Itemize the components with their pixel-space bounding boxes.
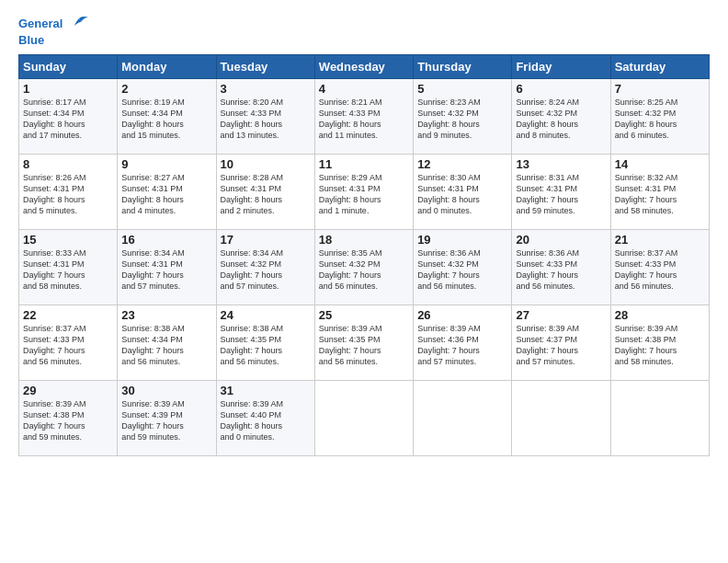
calendar-cell: 20Sunrise: 8:36 AMSunset: 4:33 PMDayligh… [512, 230, 610, 305]
calendar-cell: 30Sunrise: 8:39 AMSunset: 4:39 PMDayligh… [118, 381, 216, 456]
cell-info: Sunrise: 8:29 AMSunset: 4:31 PMDaylight:… [319, 172, 409, 217]
cell-info: Sunrise: 8:38 AMSunset: 4:34 PMDaylight:… [121, 323, 211, 368]
day-number: 30 [121, 384, 211, 397]
calendar-cell: 12Sunrise: 8:30 AMSunset: 4:31 PMDayligh… [414, 155, 512, 230]
day-number: 23 [121, 308, 211, 322]
calendar-cell: 7Sunrise: 8:25 AMSunset: 4:32 PMDaylight… [610, 79, 709, 155]
cell-info: Sunrise: 8:32 AMSunset: 4:31 PMDaylight:… [615, 172, 705, 217]
calendar-cell [512, 381, 610, 456]
week-row-4: 22Sunrise: 8:37 AMSunset: 4:33 PMDayligh… [19, 305, 710, 381]
calendar-cell: 10Sunrise: 8:28 AMSunset: 4:31 PMDayligh… [216, 155, 314, 230]
cell-info: Sunrise: 8:39 AMSunset: 4:38 PMDaylight:… [615, 323, 705, 368]
day-number: 8 [23, 157, 113, 171]
cell-info: Sunrise: 8:17 AMSunset: 4:34 PMDaylight:… [23, 97, 113, 142]
day-number: 2 [121, 82, 211, 96]
cell-info: Sunrise: 8:21 AMSunset: 4:33 PMDaylight:… [319, 97, 409, 142]
calendar-cell: 23Sunrise: 8:38 AMSunset: 4:34 PMDayligh… [118, 305, 216, 381]
cell-info: Sunrise: 8:33 AMSunset: 4:31 PMDaylight:… [23, 247, 113, 293]
cell-info: Sunrise: 8:39 AMSunset: 4:36 PMDaylight:… [417, 323, 507, 368]
calendar-cell: 31Sunrise: 8:39 AMSunset: 4:40 PMDayligh… [216, 381, 314, 456]
calendar-cell: 5Sunrise: 8:23 AMSunset: 4:32 PMDaylight… [414, 79, 512, 155]
calendar-cell: 29Sunrise: 8:39 AMSunset: 4:38 PMDayligh… [19, 381, 118, 456]
calendar-cell: 25Sunrise: 8:39 AMSunset: 4:35 PMDayligh… [314, 305, 413, 381]
calendar-cell: 22Sunrise: 8:37 AMSunset: 4:33 PMDayligh… [19, 305, 118, 381]
cell-info: Sunrise: 8:37 AMSunset: 4:33 PMDaylight:… [23, 323, 113, 368]
week-row-1: 1Sunrise: 8:17 AMSunset: 4:34 PMDaylight… [19, 79, 710, 155]
cell-info: Sunrise: 8:39 AMSunset: 4:38 PMDaylight:… [23, 398, 113, 443]
cell-info: Sunrise: 8:34 AMSunset: 4:32 PMDaylight:… [221, 247, 311, 293]
cell-info: Sunrise: 8:27 AMSunset: 4:31 PMDaylight:… [121, 172, 211, 217]
cell-info: Sunrise: 8:35 AMSunset: 4:32 PMDaylight:… [319, 247, 409, 293]
day-number: 18 [319, 233, 409, 247]
calendar-cell: 14Sunrise: 8:32 AMSunset: 4:31 PMDayligh… [610, 155, 709, 230]
calendar-cell: 6Sunrise: 8:24 AMSunset: 4:32 PMDaylight… [512, 79, 610, 155]
cell-info: Sunrise: 8:23 AMSunset: 4:32 PMDaylight:… [417, 97, 507, 142]
page: General Blue SundayMondayTuesdayWednesda… [0, 0, 728, 465]
day-number: 31 [221, 384, 311, 397]
calendar-cell: 2Sunrise: 8:19 AMSunset: 4:34 PMDaylight… [118, 79, 216, 155]
week-row-3: 15Sunrise: 8:33 AMSunset: 4:31 PMDayligh… [19, 230, 710, 305]
day-number: 7 [615, 82, 705, 96]
calendar-cell: 3Sunrise: 8:20 AMSunset: 4:33 PMDaylight… [216, 79, 314, 155]
day-number: 28 [615, 308, 705, 322]
cell-info: Sunrise: 8:39 AMSunset: 4:39 PMDaylight:… [121, 398, 211, 443]
col-header-monday: Monday [118, 55, 216, 79]
day-number: 10 [221, 157, 311, 171]
day-number: 17 [221, 233, 311, 247]
calendar-table: SundayMondayTuesdayWednesdayThursdayFrid… [18, 54, 710, 456]
calendar-cell: 16Sunrise: 8:34 AMSunset: 4:31 PMDayligh… [118, 230, 216, 305]
day-number: 25 [319, 308, 409, 322]
col-header-thursday: Thursday [414, 55, 512, 79]
calendar-cell: 27Sunrise: 8:39 AMSunset: 4:37 PMDayligh… [512, 305, 610, 381]
day-number: 4 [319, 82, 409, 96]
cell-info: Sunrise: 8:25 AMSunset: 4:32 PMDaylight:… [615, 97, 705, 142]
calendar-cell: 11Sunrise: 8:29 AMSunset: 4:31 PMDayligh… [314, 155, 413, 230]
cell-info: Sunrise: 8:19 AMSunset: 4:34 PMDaylight:… [121, 97, 211, 142]
day-number: 9 [121, 157, 211, 171]
day-number: 24 [221, 308, 311, 322]
col-header-friday: Friday [512, 55, 610, 79]
week-row-2: 8Sunrise: 8:26 AMSunset: 4:31 PMDaylight… [19, 155, 710, 230]
calendar-cell [314, 381, 413, 456]
day-number: 6 [516, 82, 606, 96]
cell-info: Sunrise: 8:31 AMSunset: 4:31 PMDaylight:… [516, 172, 606, 217]
cell-info: Sunrise: 8:36 AMSunset: 4:32 PMDaylight:… [417, 247, 507, 293]
calendar-cell: 8Sunrise: 8:26 AMSunset: 4:31 PMDaylight… [19, 155, 118, 230]
calendar-cell: 26Sunrise: 8:39 AMSunset: 4:36 PMDayligh… [414, 305, 512, 381]
cell-info: Sunrise: 8:36 AMSunset: 4:33 PMDaylight:… [516, 247, 606, 293]
week-row-5: 29Sunrise: 8:39 AMSunset: 4:38 PMDayligh… [19, 381, 710, 456]
day-number: 1 [23, 82, 113, 96]
logo-text: General [18, 15, 92, 35]
calendar-cell: 18Sunrise: 8:35 AMSunset: 4:32 PMDayligh… [314, 230, 413, 305]
cell-info: Sunrise: 8:28 AMSunset: 4:31 PMDaylight:… [221, 172, 311, 217]
day-number: 14 [615, 157, 705, 171]
day-number: 19 [417, 233, 507, 247]
day-number: 12 [417, 157, 507, 171]
day-number: 27 [516, 308, 606, 322]
cell-info: Sunrise: 8:38 AMSunset: 4:35 PMDaylight:… [221, 323, 311, 368]
day-number: 22 [23, 308, 113, 322]
cell-info: Sunrise: 8:24 AMSunset: 4:32 PMDaylight:… [516, 97, 606, 142]
col-header-tuesday: Tuesday [216, 55, 314, 79]
cell-info: Sunrise: 8:34 AMSunset: 4:31 PMDaylight:… [121, 247, 211, 293]
calendar-cell: 1Sunrise: 8:17 AMSunset: 4:34 PMDaylight… [19, 79, 118, 155]
logo-line2: Blue [18, 33, 44, 47]
day-number: 15 [23, 233, 113, 247]
day-number: 3 [221, 82, 311, 96]
calendar-cell: 4Sunrise: 8:21 AMSunset: 4:33 PMDaylight… [314, 79, 413, 155]
day-number: 16 [121, 233, 211, 247]
cell-info: Sunrise: 8:20 AMSunset: 4:33 PMDaylight:… [221, 97, 311, 142]
calendar-cell: 17Sunrise: 8:34 AMSunset: 4:32 PMDayligh… [216, 230, 314, 305]
day-number: 5 [417, 82, 507, 96]
calendar-cell [610, 381, 709, 456]
cell-info: Sunrise: 8:37 AMSunset: 4:33 PMDaylight:… [615, 247, 705, 293]
day-number: 20 [516, 233, 606, 247]
col-header-wednesday: Wednesday [314, 55, 413, 79]
cell-info: Sunrise: 8:39 AMSunset: 4:35 PMDaylight:… [319, 323, 409, 368]
header: General Blue [18, 15, 710, 47]
logo-bird-icon [66, 15, 92, 35]
calendar-cell: 24Sunrise: 8:38 AMSunset: 4:35 PMDayligh… [216, 305, 314, 381]
calendar-cell: 13Sunrise: 8:31 AMSunset: 4:31 PMDayligh… [512, 155, 610, 230]
logo: General Blue [18, 15, 92, 47]
day-number: 29 [23, 384, 113, 397]
